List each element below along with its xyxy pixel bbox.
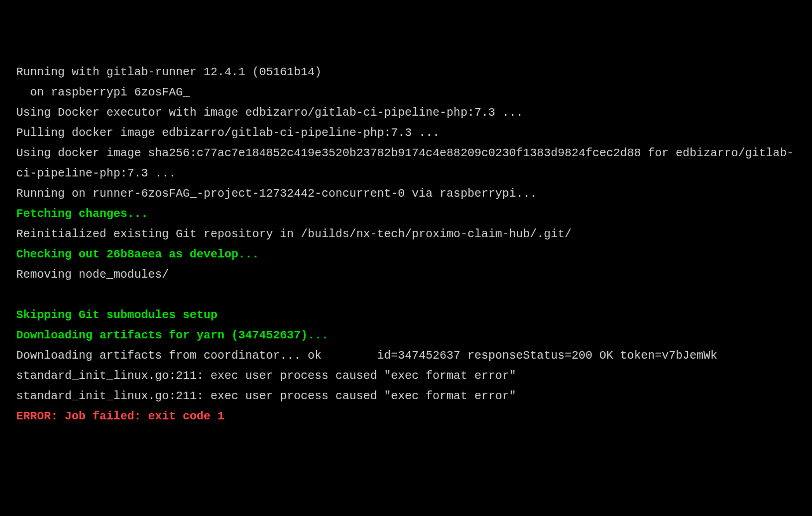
terminal-line: Checking out 26b8aeea as develop... — [16, 244, 796, 264]
terminal-line: Fetching changes... — [16, 204, 796, 224]
terminal-line — [16, 285, 796, 305]
terminal-line: Using Docker executor with image edbizar… — [16, 102, 796, 123]
terminal-line: Removing node_modules/ — [16, 264, 796, 285]
terminal-line: Using docker image sha256:c77ac7e184852c… — [16, 143, 796, 183]
terminal-line: Running with gitlab-runner 12.4.1 (05161… — [16, 62, 796, 82]
terminal-line: standard_init_linux.go:211: exec user pr… — [16, 386, 796, 406]
terminal-line: on raspberrypi 6zosFAG_ — [16, 82, 796, 102]
terminal-line: Skipping Git submodules setup — [16, 305, 796, 325]
terminal-output: Running with gitlab-runner 12.4.1 (05161… — [16, 42, 796, 426]
terminal-line: ERROR: Job failed: exit code 1 — [16, 406, 796, 426]
terminal-line: standard_init_linux.go:211: exec user pr… — [16, 366, 796, 386]
terminal-line: Pulling docker image edbizarro/gitlab-ci… — [16, 123, 796, 143]
terminal-line: Downloading artifacts from coordinator..… — [16, 345, 796, 366]
terminal-line: Downloading artifacts for yarn (34745263… — [16, 325, 796, 345]
terminal-line: Running on runner-6zosFAG_-project-12732… — [16, 183, 796, 204]
terminal-line: Reinitialized existing Git repository in… — [16, 224, 796, 244]
